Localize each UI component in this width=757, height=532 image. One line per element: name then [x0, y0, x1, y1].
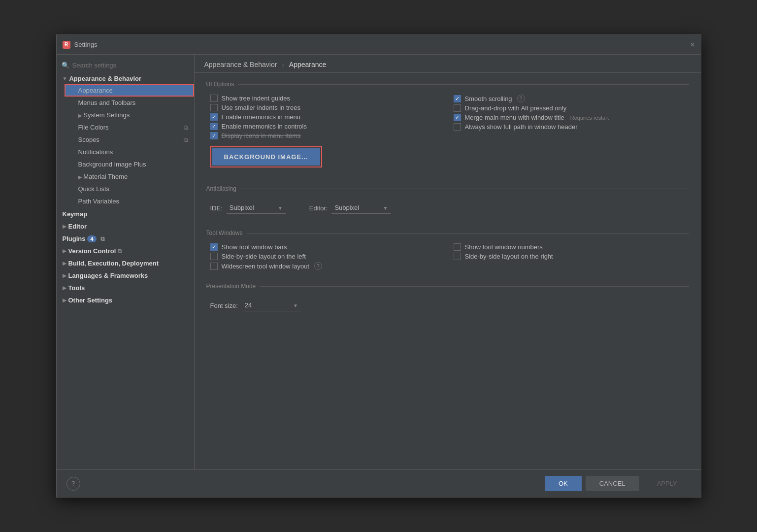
ui-options-section: UI Options Show tree indent guides Use s…	[206, 81, 689, 173]
label-show-tree-indent: Show tree indent guides	[222, 95, 290, 102]
sidebar-item-file-colors[interactable]: File Colors ⧉	[65, 121, 194, 133]
checkbox-enable-mnemonics-controls[interactable]	[210, 123, 218, 130]
help-icon-widescreen[interactable]: ?	[314, 262, 322, 270]
background-image-button[interactable]: BACKGROUND IMAGE...	[212, 148, 320, 166]
sidebar-section-editor[interactable]: ▶ Editor	[57, 220, 194, 232]
tool-windows-title: Tool Windows	[206, 230, 689, 236]
label-show-tool-bars: Show tool window bars	[222, 243, 287, 251]
sidebar-section-keymap[interactable]: Keymap	[57, 207, 194, 220]
checkbox-smooth-scrolling[interactable]	[454, 95, 461, 102]
option-side-by-side-left: Side-by-side layout on the left	[210, 252, 442, 261]
label-merge-main-menu: Merge main menu with window title	[465, 114, 564, 121]
option-smaller-indents: Use smaller indents in trees	[210, 103, 442, 112]
help-icon-smooth-scrolling[interactable]: ?	[517, 95, 525, 102]
sidebar-section-appearance-behavior[interactable]: ▼ Appearance & Behavior	[57, 72, 194, 84]
ide-antialiasing-dropdown-wrap: Subpixel Greyscale None ▼	[227, 202, 286, 214]
checkbox-display-icons-menu[interactable]	[210, 132, 218, 139]
checkbox-side-by-side-right[interactable]	[454, 253, 461, 260]
editor-antialiasing-label: Editor:	[309, 204, 328, 212]
option-show-tree-indent: Show tree indent guides	[210, 94, 442, 103]
search-bar: 🔍	[57, 59, 194, 72]
font-size-select[interactable]: 18 20 22 24 26 28 32	[242, 299, 301, 311]
sidebar-item-material-theme[interactable]: ▶ Material Theme	[65, 170, 194, 183]
tool-windows-left: Show tool window bars Side-by-side layou…	[210, 242, 442, 271]
option-side-by-side-right: Side-by-side layout on the right	[454, 252, 685, 261]
breadcrumb: Appearance & Behavior › Appearance	[195, 55, 701, 73]
checkbox-always-show-path[interactable]	[454, 123, 461, 131]
sidebar-section-plugins[interactable]: Plugins 4 ⧉	[57, 232, 194, 244]
copy-icon: ⧉	[100, 235, 105, 242]
chevron-right-icon: ▶	[63, 224, 66, 229]
label-widescreen-layout: Widescreen tool window layout	[222, 263, 309, 270]
sidebar-item-menus-toolbars[interactable]: Menus and Toolbars	[65, 97, 194, 109]
checkbox-show-tool-numbers[interactable]	[454, 243, 461, 251]
chevron-down-icon: ▼	[63, 76, 67, 81]
sidebar-section-other-settings[interactable]: ▶ Other Settings	[57, 294, 194, 306]
checkbox-merge-main-menu[interactable]	[454, 114, 461, 121]
chevron-right-icon: ▶	[63, 261, 66, 266]
font-size-dropdown-wrap: 18 20 22 24 26 28 32 ▼	[242, 299, 301, 311]
sidebar-section-languages[interactable]: ▶ Languages & Frameworks	[57, 269, 194, 281]
sidebar-item-path-variables[interactable]: Path Variables	[65, 195, 194, 207]
ui-options-left: Show tree indent guides Use smaller inde…	[210, 94, 442, 140]
label-smooth-scrolling: Smooth scrolling	[465, 95, 512, 102]
requires-restart-label: Requires restart	[570, 115, 609, 121]
option-drag-drop-alt: Drag-and-drop with Alt pressed only	[454, 103, 685, 113]
sidebar-appearance-behavior-items: Appearance Menus and Toolbars ▶ System S…	[57, 84, 194, 207]
main-content: Appearance & Behavior › Appearance UI Op…	[195, 55, 701, 469]
checkbox-show-tool-bars[interactable]	[210, 243, 218, 251]
option-smooth-scrolling: Smooth scrolling ?	[454, 94, 685, 103]
label-display-icons-menu: Display icons in menu items	[222, 132, 301, 139]
sidebar-item-system-settings[interactable]: ▶ System Settings	[65, 109, 194, 121]
checkbox-widescreen-layout[interactable]	[210, 263, 218, 270]
ide-antialiasing-select[interactable]: Subpixel Greyscale None	[227, 202, 286, 214]
chevron-right-icon: ▶	[78, 174, 84, 180]
ui-options-grid: Show tree indent guides Use smaller inde…	[206, 94, 689, 140]
app-icon: R	[63, 41, 70, 49]
copy-icon: ⧉	[184, 136, 188, 143]
option-enable-mnemonics-controls: Enable mnemonics in controls	[210, 122, 442, 131]
antialiasing-row: IDE: Subpixel Greyscale None ▼	[206, 198, 689, 218]
label-enable-mnemonics-controls: Enable mnemonics in controls	[222, 123, 307, 130]
chevron-right-icon: ▶	[63, 285, 66, 291]
cancel-button[interactable]: CANCEL	[586, 476, 639, 491]
editor-antialiasing-select[interactable]: Subpixel Greyscale None	[331, 202, 391, 214]
checkbox-enable-mnemonics-menu[interactable]	[210, 113, 218, 121]
checkbox-side-by-side-left[interactable]	[210, 253, 218, 260]
ok-button[interactable]: OK	[545, 476, 582, 491]
sidebar-section-build[interactable]: ▶ Build, Execution, Deployment	[57, 257, 194, 269]
label-enable-mnemonics-menu: Enable mnemonics in menu	[222, 113, 300, 121]
copy-icon: ⧉	[118, 248, 122, 255]
font-size-group: Font size: 18 20 22 24 26 28 32	[210, 299, 301, 311]
dialog-footer: ? OK CANCEL APPLY	[57, 469, 701, 497]
content-area: 🔍 ▼ Appearance & Behavior Appearance Men…	[57, 55, 701, 469]
option-display-icons-menu: Display icons in menu items	[210, 131, 442, 140]
ui-options-right: Smooth scrolling ? Drag-and-drop with Al…	[454, 94, 685, 140]
checkbox-drag-drop-alt[interactable]	[454, 104, 461, 112]
settings-dialog: R Settings × 🔍 ▼ Appearance & Behavior A…	[56, 34, 701, 498]
help-button[interactable]: ?	[66, 477, 80, 491]
apply-button[interactable]: APPLY	[643, 476, 691, 491]
label-always-show-path: Always show full path in window header	[465, 123, 578, 131]
chevron-right-icon: ▶	[78, 113, 84, 118]
antialiasing-section: Antialiasing IDE: Subpixel Greyscale Non…	[206, 185, 689, 218]
checkbox-smaller-indents[interactable]	[210, 104, 218, 111]
editor-antialiasing-group: Editor: Subpixel Greyscale None ▼	[309, 202, 391, 214]
sidebar-section-tools[interactable]: ▶ Tools	[57, 281, 194, 294]
option-enable-mnemonics-menu: Enable mnemonics in menu	[210, 112, 442, 122]
checkbox-show-tree-indent[interactable]	[210, 95, 218, 102]
presentation-mode-title: Presentation Mode	[206, 283, 689, 290]
sidebar-section-version-control[interactable]: ▶ Version Control ⧉	[57, 244, 194, 257]
close-button[interactable]: ×	[690, 40, 694, 49]
settings-panel: UI Options Show tree indent guides Use s…	[195, 73, 701, 469]
sidebar-item-quick-lists[interactable]: Quick Lists	[65, 183, 194, 195]
sidebar-item-scopes[interactable]: Scopes ⧉	[65, 133, 194, 146]
sidebar-item-notifications[interactable]: Notifications	[65, 146, 194, 158]
sidebar-item-background-image-plus[interactable]: Background Image Plus	[65, 158, 194, 170]
label-drag-drop-alt: Drag-and-drop with Alt pressed only	[465, 104, 567, 112]
chevron-right-icon: ▶	[63, 248, 66, 254]
font-size-label: Font size:	[210, 302, 238, 309]
option-show-tool-bars: Show tool window bars	[210, 242, 442, 252]
search-input[interactable]	[72, 62, 189, 69]
sidebar-item-appearance[interactable]: Appearance	[65, 84, 194, 97]
